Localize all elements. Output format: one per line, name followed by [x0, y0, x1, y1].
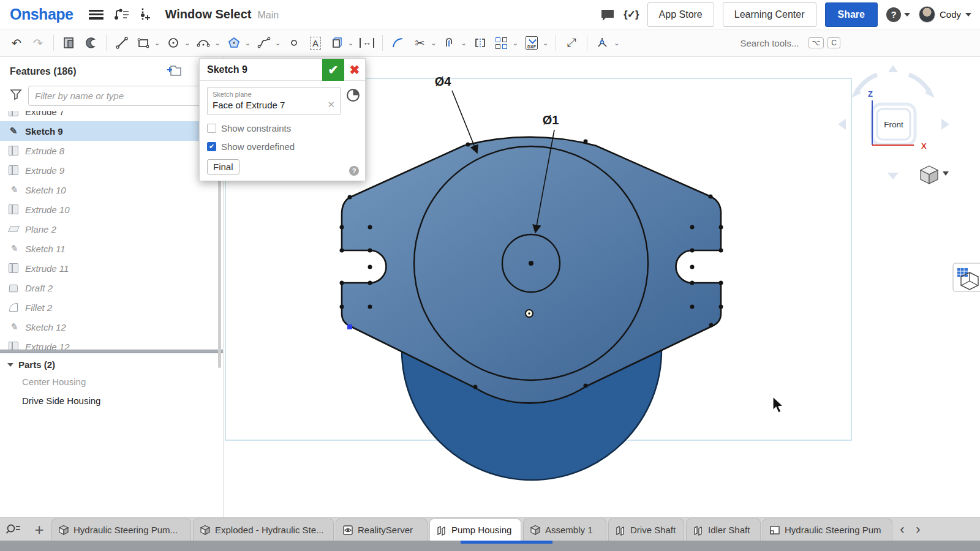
tab-hydraulic-steering-drawing[interactable]: Hydraulic Steering Pum — [763, 519, 892, 541]
tab-hydraulic-steering-pump[interactable]: Hydraulic Steering Pum... — [51, 519, 191, 541]
chevron-down-icon[interactable] — [943, 171, 949, 176]
main-menu-icon[interactable] — [89, 10, 104, 20]
offset-tool-icon[interactable] — [442, 34, 458, 52]
feature-row-extrude-11[interactable]: Extrude 11 — [0, 258, 223, 278]
user-menu[interactable]: Cody — [919, 6, 971, 23]
sheet-metal-icon[interactable] — [61, 34, 77, 52]
dimension-outer-diameter[interactable]: Ø4 — [435, 75, 477, 153]
feature-row-sketch-12[interactable]: ✎Sketch 12 — [0, 317, 223, 337]
tabs-scroll-right-icon[interactable]: › — [910, 519, 926, 541]
part-row-drive-side-housing[interactable]: Drive Side Housing — [0, 391, 223, 410]
constraint-tool-icon[interactable] — [595, 34, 611, 52]
checkbox-unchecked[interactable] — [207, 124, 216, 133]
mirror-tool-icon[interactable] — [472, 34, 488, 52]
feature-row-sketch-10[interactable]: ✎Sketch 10 — [0, 180, 223, 200]
tab-idler-shaft[interactable]: Idler Shaft — [686, 519, 761, 541]
tabs-scroll-left-icon[interactable]: ‹ — [894, 519, 910, 541]
search-tools-input[interactable] — [741, 38, 805, 48]
sketch-plane-field[interactable]: Sketch plane Face of Extrude 7 ✕ — [207, 87, 341, 115]
project-convert-icon[interactable] — [329, 34, 345, 52]
surface-icon[interactable] — [83, 34, 99, 52]
show-overdefined-checkbox[interactable]: ✔ Show overdefined — [207, 141, 358, 152]
view-modes-button[interactable] — [921, 166, 949, 184]
app-store-button[interactable]: App Store — [647, 2, 714, 27]
drive-side-housing-plate[interactable] — [342, 137, 721, 403]
featurescript-icon[interactable]: {✓} — [624, 8, 638, 21]
measure-tool-icon[interactable]: ⤢ — [564, 34, 579, 52]
rotate-left-arrow[interactable] — [838, 119, 846, 130]
sketch-grid-button[interactable] — [953, 263, 980, 291]
chevron-down-icon[interactable]: ⌄ — [275, 39, 281, 47]
feature-row-extrude-10[interactable]: Extrude 10 — [0, 200, 223, 219]
feature-row-sketch-11[interactable]: ✎Sketch 11 — [0, 239, 223, 258]
search-tools[interactable]: ⌥ C — [741, 37, 841, 48]
chevron-down-icon[interactable]: ⌄ — [184, 39, 190, 47]
feature-row-draft-2[interactable]: Draft 2 — [0, 278, 223, 298]
tab-drive-shaft[interactable]: Drive Shaft — [608, 519, 684, 541]
chevron-down-icon[interactable]: ⌄ — [245, 39, 251, 47]
undo-button[interactable]: ↶ — [9, 34, 24, 52]
spline-tool-icon[interactable] — [256, 34, 272, 52]
avatar[interactable] — [919, 6, 935, 23]
line-tool-icon[interactable] — [114, 34, 130, 52]
tab-exploded-hydraulic[interactable]: Exploded - Hydraulic Ste... — [193, 519, 334, 541]
feature-row-extrude-9[interactable]: Extrude 9 — [0, 160, 223, 180]
chevron-down-icon[interactable]: ⌄ — [543, 39, 548, 47]
filter-icon[interactable] — [10, 89, 22, 103]
search-tabs-icon[interactable] — [0, 519, 27, 541]
tab-assembly-1[interactable]: Assembly 1 — [523, 519, 606, 541]
onshape-logo[interactable]: Onshape — [10, 6, 73, 23]
chevron-down-icon[interactable]: ⌄ — [154, 39, 160, 47]
view-cube[interactable]: Front Z X — [838, 65, 949, 179]
help-menu[interactable]: ? — [886, 7, 910, 22]
selected-vertex[interactable] — [347, 324, 352, 329]
chevron-down-icon[interactable]: ⌄ — [513, 39, 518, 47]
chevron-down-icon[interactable]: ⌄ — [431, 39, 436, 47]
part-row-center-housing[interactable]: Center Housing — [0, 372, 223, 391]
checkbox-checked[interactable]: ✔ — [207, 142, 216, 151]
help-icon[interactable]: ? — [886, 7, 901, 22]
confirm-button[interactable]: ✔ — [322, 59, 344, 81]
cancel-button[interactable]: ✖ — [344, 59, 365, 81]
redo-button[interactable]: ↷ — [30, 34, 46, 52]
feature-row-extrude-12[interactable]: Extrude 12 — [0, 337, 223, 350]
learning-center-button[interactable]: Learning Center — [723, 2, 816, 27]
chevron-down-icon[interactable]: ⌄ — [614, 39, 619, 47]
chevron-down-icon[interactable]: ⌄ — [214, 39, 220, 47]
parts-section-header[interactable]: Parts (2) — [0, 353, 223, 372]
fillet-tool-icon[interactable] — [390, 34, 406, 52]
arc-tool-icon[interactable] — [195, 34, 211, 52]
feature-row-plane-2[interactable]: Plane 2 — [0, 219, 223, 239]
feature-row-fillet-2[interactable]: Fillet 2 — [0, 298, 223, 317]
polygon-tool-icon[interactable] — [226, 34, 242, 52]
feature-filter-input[interactable] — [28, 86, 213, 106]
rotate-down-arrow[interactable] — [888, 173, 899, 179]
chevron-down-icon[interactable]: ⌄ — [461, 39, 467, 47]
feature-row-extrude-8[interactable]: Extrude 8 — [0, 141, 223, 160]
feature-row-extrude-7[interactable]: Extrude 7 — [0, 111, 223, 121]
clear-selection-icon[interactable]: ✕ — [327, 99, 335, 110]
sketch-origin-point[interactable] — [526, 310, 533, 317]
rotate-up-arrow[interactable] — [888, 65, 898, 72]
feature-state-clock-icon[interactable] — [346, 88, 360, 105]
chevron-down-icon[interactable]: ⌄ — [348, 39, 353, 47]
dxf-import-icon[interactable]: DXF — [524, 34, 540, 52]
workspace-name[interactable]: Main — [257, 10, 279, 21]
pattern-tool-icon[interactable] — [494, 34, 510, 52]
circle-tool-icon[interactable] — [165, 34, 181, 52]
tab-pump-housing[interactable]: Pump Housing — [429, 519, 521, 541]
comments-icon[interactable] — [600, 8, 615, 21]
show-constraints-checkbox[interactable]: Show constraints — [207, 123, 358, 133]
versions-graph-icon[interactable] — [113, 8, 129, 21]
trim-tool-icon[interactable]: ✂ — [412, 34, 428, 52]
dialog-help-icon[interactable]: ? — [349, 166, 359, 176]
final-button[interactable]: Final — [207, 159, 239, 174]
dimension-tool-icon[interactable]: ↔ — [359, 34, 375, 52]
point-tool-icon[interactable] — [286, 34, 302, 52]
rotate-right-arrow[interactable] — [941, 119, 949, 130]
rectangle-tool-icon[interactable] — [135, 34, 151, 52]
add-folder-icon[interactable] — [167, 64, 181, 78]
share-button[interactable]: Share — [825, 2, 878, 27]
circle-center-point[interactable] — [529, 261, 533, 266]
text-tool-icon[interactable]: A — [307, 34, 323, 52]
